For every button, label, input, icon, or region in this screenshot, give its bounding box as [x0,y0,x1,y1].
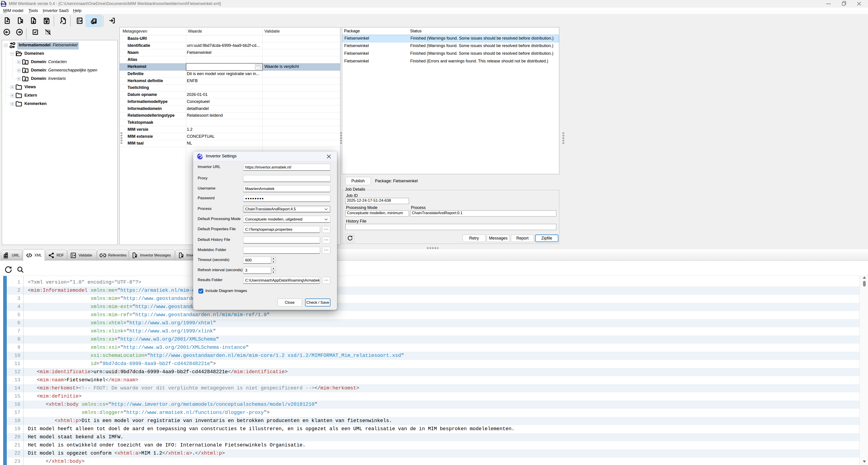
svg-text:MIM: MIM [2,3,5,5]
